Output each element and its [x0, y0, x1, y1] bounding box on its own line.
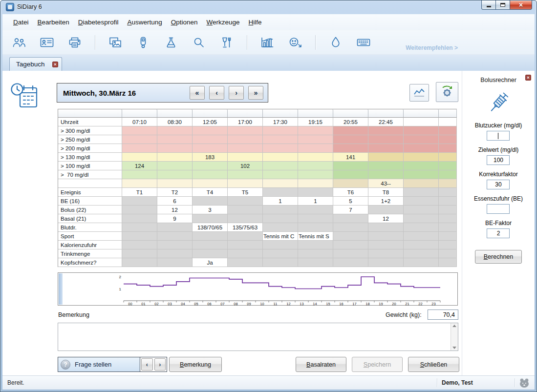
diary-cell[interactable]	[263, 144, 298, 153]
diary-cell[interactable]	[439, 249, 457, 258]
remark-scrollbar[interactable]	[451, 323, 458, 351]
diary-cell[interactable]	[404, 179, 439, 188]
diary-cell[interactable]	[193, 197, 228, 206]
diary-cell[interactable]: 1	[263, 197, 298, 206]
diary-cell[interactable]	[368, 144, 404, 153]
diary-cell[interactable]	[228, 214, 263, 223]
diary-cell[interactable]	[263, 214, 298, 223]
menu-item-auswertung[interactable]: Auswertung	[123, 17, 166, 28]
diary-cell[interactable]	[439, 135, 457, 144]
toolbar-button-blood-drop[interactable]	[328, 36, 344, 49]
diary-cell[interactable]	[193, 241, 228, 249]
question-next-button[interactable]: ›	[154, 358, 166, 371]
time-cell[interactable]: 20:55	[333, 118, 368, 126]
diary-cell[interactable]	[333, 126, 368, 135]
diary-cell[interactable]	[157, 126, 193, 135]
diary-cell[interactable]: 102	[228, 162, 263, 170]
close-button[interactable]: ×	[510, 0, 532, 10]
diary-cell[interactable]	[122, 206, 157, 214]
time-cell[interactable]: 17:30	[263, 118, 298, 126]
tab-tagebuch[interactable]: Tagebuch	[9, 57, 62, 71]
diary-cell[interactable]	[122, 126, 157, 135]
diary-cell[interactable]	[122, 170, 157, 179]
diary-cell[interactable]	[263, 126, 298, 135]
menu-item-werkzeuge[interactable]: Werkzeuge	[202, 17, 244, 28]
diary-cell[interactable]	[333, 232, 368, 241]
diary-cell[interactable]	[157, 135, 193, 144]
toolbar-button-printer[interactable]	[67, 36, 83, 49]
diary-cell[interactable]	[368, 162, 404, 170]
bolus-field-input-0[interactable]	[487, 131, 510, 141]
diary-cell[interactable]	[263, 241, 298, 249]
time-cell[interactable]: 19:15	[298, 118, 333, 126]
diary-cell[interactable]	[439, 241, 457, 249]
diary-cell[interactable]	[193, 162, 228, 170]
diary-cell[interactable]	[298, 135, 333, 144]
diary-cell[interactable]	[122, 179, 157, 188]
minimize-button[interactable]	[481, 0, 496, 10]
diary-cell[interactable]	[439, 188, 457, 197]
toolbar-button-users[interactable]	[11, 36, 27, 49]
diary-cell[interactable]	[404, 232, 439, 241]
diary-cell[interactable]	[157, 144, 193, 153]
diary-cell[interactable]	[404, 258, 439, 267]
diary-cell[interactable]	[333, 144, 368, 153]
diary-cell[interactable]	[193, 144, 228, 153]
diary-cell[interactable]	[228, 153, 263, 162]
diary-cell[interactable]: 7	[333, 206, 368, 214]
diary-cell[interactable]	[263, 188, 298, 197]
diary-cell[interactable]	[404, 214, 439, 223]
diary-cell[interactable]	[157, 223, 193, 232]
diary-cell[interactable]	[298, 144, 333, 153]
diary-cell[interactable]	[368, 249, 404, 258]
diary-cell[interactable]: 135/75/63	[228, 223, 263, 232]
settings-button[interactable]	[436, 82, 458, 102]
diary-cell[interactable]	[333, 241, 368, 249]
diary-cell[interactable]	[404, 144, 439, 153]
time-cell[interactable]	[439, 118, 457, 126]
time-cell[interactable]: 07:10	[122, 118, 157, 126]
diary-cell[interactable]	[333, 258, 368, 267]
diary-cell[interactable]	[193, 126, 228, 135]
diary-cell[interactable]	[439, 197, 457, 206]
diary-cell[interactable]	[263, 135, 298, 144]
weight-input[interactable]: 70,4	[428, 309, 458, 320]
toolbar-button-smiley[interactable]	[287, 36, 303, 49]
column-header[interactable]	[228, 109, 263, 118]
diary-cell[interactable]: T8	[368, 188, 404, 197]
diary-cell[interactable]	[439, 258, 457, 267]
time-cell[interactable]: 22:45	[368, 118, 404, 126]
close-diary-button[interactable]: Schließen	[408, 357, 459, 372]
diary-cell[interactable]	[228, 258, 263, 267]
diary-cell[interactable]	[157, 241, 193, 249]
diary-cell[interactable]	[298, 153, 333, 162]
diary-cell[interactable]	[228, 179, 263, 188]
column-header[interactable]	[298, 109, 333, 118]
diary-cell[interactable]	[228, 170, 263, 179]
diary-cell[interactable]	[404, 126, 439, 135]
remark-button[interactable]: Bemerkung	[169, 357, 222, 372]
diary-cell[interactable]	[298, 249, 333, 258]
diary-cell[interactable]	[263, 258, 298, 267]
diary-cell[interactable]	[333, 249, 368, 258]
menu-item-diabetesprofil[interactable]: Diabetesprofil	[74, 17, 123, 28]
time-cell[interactable]: 12:05	[193, 118, 228, 126]
diary-cell[interactable]	[404, 206, 439, 214]
diary-cell[interactable]	[298, 258, 333, 267]
column-header[interactable]	[58, 109, 122, 118]
toolbar-button-lab-flask[interactable]	[163, 36, 179, 49]
diary-cell[interactable]	[122, 197, 157, 206]
diary-cell[interactable]	[193, 135, 228, 144]
diary-cell[interactable]	[193, 179, 228, 188]
diary-cell[interactable]: T5	[228, 188, 263, 197]
menu-item-hilfe[interactable]: Hilfe	[244, 17, 266, 28]
diary-cell[interactable]	[122, 232, 157, 241]
diary-cell[interactable]	[122, 153, 157, 162]
column-header[interactable]	[263, 109, 298, 118]
diary-cell[interactable]	[439, 126, 457, 135]
diary-cell[interactable]	[333, 162, 368, 170]
diary-cell[interactable]	[193, 232, 228, 241]
diary-cell[interactable]: 12	[157, 206, 193, 214]
diary-cell[interactable]	[404, 197, 439, 206]
diary-cell[interactable]: T2	[157, 188, 193, 197]
